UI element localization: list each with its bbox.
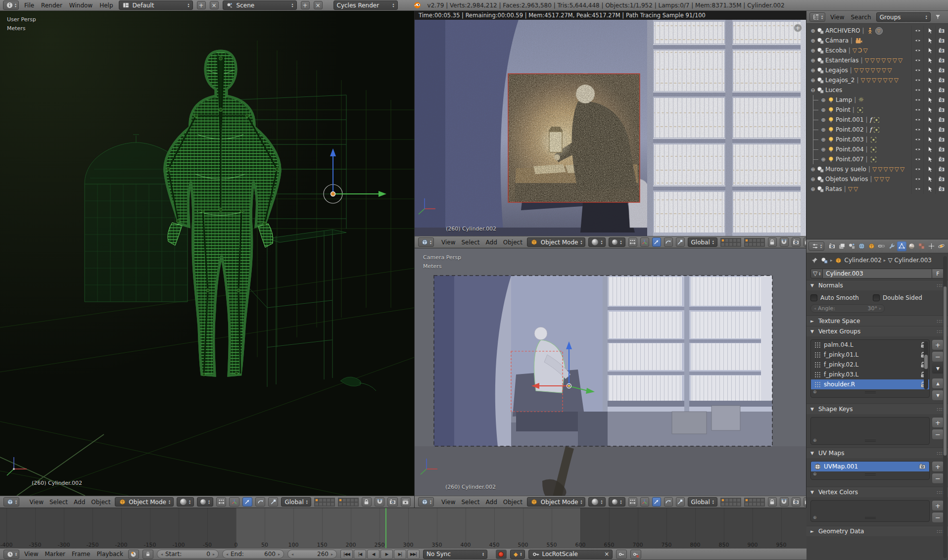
vertex-group-palm-04-l[interactable]: palm.04.L: [811, 340, 929, 350]
cube-icon[interactable]: [835, 256, 843, 264]
visibility-toggle[interactable]: [911, 184, 923, 194]
start-frame-field[interactable]: ◂Start:0▸: [157, 550, 219, 559]
delete-keyframe-button[interactable]: [630, 550, 641, 559]
visibility-toggle[interactable]: [911, 144, 923, 154]
outliner-item-luces[interactable]: ⊖Luces: [806, 85, 948, 95]
expand-toggle-icon[interactable]: ⊕: [809, 67, 816, 74]
list-scrollbar[interactable]: [924, 341, 928, 389]
remove-uv-map-button[interactable]: −: [932, 473, 944, 484]
active-keying-set-field[interactable]: LocRotScale ×: [528, 550, 613, 559]
menu-playback[interactable]: Playback: [95, 551, 125, 558]
shape-keys-list[interactable]: ⊕: [810, 417, 930, 445]
selectability-toggle[interactable]: [923, 125, 935, 135]
renderability-toggle[interactable]: [935, 105, 947, 115]
rotate-manipulator-button[interactable]: [664, 497, 673, 507]
object-name[interactable]: Point.007: [836, 156, 864, 163]
remove-shape-key-button[interactable]: −: [932, 429, 944, 440]
menu-object[interactable]: Object: [502, 499, 524, 506]
tab-render-layers[interactable]: [837, 241, 847, 251]
menu-object[interactable]: Object: [502, 239, 524, 246]
panel-vertex-groups-header[interactable]: ▼Vertex Groups∷∷: [806, 326, 948, 336]
expand-toggle-icon[interactable]: ⊕: [809, 77, 816, 84]
visibility-toggle[interactable]: [911, 75, 923, 85]
tab-particles[interactable]: [927, 241, 936, 251]
menu-add[interactable]: Add: [484, 499, 499, 506]
selectability-toggle[interactable]: [923, 105, 935, 115]
menu-select[interactable]: Select: [460, 499, 481, 506]
clear-keying-set-icon[interactable]: ×: [603, 551, 609, 558]
object-name[interactable]: Point.003: [836, 136, 864, 143]
pivot-dropdown[interactable]: ▴▾: [609, 497, 625, 507]
object-name[interactable]: Escoba: [825, 47, 847, 54]
menu-view[interactable]: View: [829, 14, 846, 21]
selectability-toggle[interactable]: [923, 26, 935, 36]
expand-toggle-icon[interactable]: ⊕: [809, 57, 816, 64]
renderability-toggle[interactable]: [935, 75, 947, 85]
previous-keyframe-button[interactable]: |◀: [354, 550, 366, 559]
renderability-toggle[interactable]: [935, 115, 947, 125]
visibility-toggle[interactable]: [911, 125, 923, 135]
viewport-3d-left[interactable]: User Persp Meters (260) Cylinder.002 ▴▾ …: [0, 11, 415, 508]
selectability-toggle[interactable]: [923, 164, 935, 174]
editor-type-button[interactable]: ▴▾: [3, 550, 19, 559]
current-frame-field[interactable]: ◂260▸: [287, 550, 337, 559]
wireframe-scene[interactable]: [0, 11, 415, 496]
pivot-dropdown[interactable]: ▴▾: [609, 237, 625, 247]
vertex-group-f-pinky-02-l[interactable]: f_pinky.02.L: [811, 360, 929, 370]
visibility-toggle[interactable]: [911, 135, 923, 144]
visibility-toggle[interactable]: [911, 55, 923, 65]
properties-scrollbar[interactable]: [943, 256, 947, 558]
breadcrumb-data[interactable]: Cylinder.003: [895, 257, 932, 264]
outliner-item-point[interactable]: ⊕Point|: [806, 105, 948, 115]
object-name[interactable]: Cámara: [825, 37, 849, 44]
panel-texture-space-header[interactable]: ►Texture Space∷∷: [806, 316, 948, 326]
vertex-group-specials-button[interactable]: ▼: [932, 363, 944, 374]
jump-to-end-button[interactable]: ▶▶|: [407, 550, 420, 559]
renderability-toggle[interactable]: [935, 26, 947, 36]
snap-magnet-icon[interactable]: [780, 497, 789, 507]
expand-toggle-icon[interactable]: ⊕: [809, 166, 816, 173]
shading-dropdown[interactable]: ▴▾: [588, 497, 606, 507]
renderability-toggle[interactable]: [935, 85, 947, 95]
add-scene-button[interactable]: +: [301, 1, 310, 9]
panel-uv-maps-header[interactable]: ▼UV Maps∷∷: [806, 448, 948, 458]
tab-modifiers[interactable]: [887, 241, 896, 251]
add-vertex-color-button[interactable]: +: [932, 500, 944, 511]
manipulate-center-points-button[interactable]: [628, 237, 637, 247]
remove-vertex-group-button[interactable]: −: [932, 351, 944, 362]
outliner-item-lamp[interactable]: ⊕Lamp|☼: [806, 95, 948, 105]
transform-orientation-dropdown[interactable]: Global▴▾: [688, 497, 717, 507]
tab-object-data[interactable]: [897, 241, 906, 251]
mode-dropdown[interactable]: Object Mode▴▾: [527, 237, 586, 247]
current-frame-line[interactable]: [385, 508, 386, 549]
outliner-item-point-001[interactable]: ⊕Point.001|ƒ: [806, 115, 948, 125]
uv-map-uvmap-001[interactable]: UVMap.001: [811, 462, 929, 471]
selectability-toggle[interactable]: [923, 184, 935, 194]
layers-grid-2[interactable]: [744, 498, 765, 507]
add-uv-map-button[interactable]: +: [932, 461, 944, 472]
object-name[interactable]: ARCHIVERO: [825, 27, 860, 34]
scale-manipulator-button[interactable]: [268, 497, 278, 507]
close-layout-button[interactable]: ×: [210, 1, 219, 9]
outliner-item-c-mara[interactable]: ⊕Cámara|: [806, 36, 948, 46]
object-name[interactable]: Ratas: [825, 186, 842, 192]
transform-orientation-dropdown[interactable]: Global▴▾: [281, 497, 311, 507]
menu-add[interactable]: Add: [72, 499, 87, 506]
opengl-render-icon[interactable]: [792, 237, 801, 247]
expand-toggle-icon[interactable]: ⊕: [820, 146, 827, 153]
object-name[interactable]: Point.002: [836, 126, 864, 133]
menu-view[interactable]: View: [440, 239, 457, 246]
auto-smooth-angle-slider[interactable]: ◂Angle:30°▸: [810, 304, 885, 313]
timeline-ruler[interactable]: -400-350-300-250-200-150-100-50050100150…: [0, 508, 806, 549]
add-shape-key-button[interactable]: +: [932, 417, 944, 428]
layers-grid[interactable]: [720, 238, 741, 247]
object-name[interactable]: Estanterías: [825, 57, 858, 64]
outliner-item-legajos-2[interactable]: ⊕Legajos_2|▽▽▽▽▽▽▽: [806, 75, 948, 85]
screen-layout-dropdown[interactable]: Default ▴▾: [119, 0, 193, 10]
tab-physics[interactable]: [937, 241, 946, 251]
snap-magnet-icon[interactable]: [375, 497, 384, 507]
panel-normals-header[interactable]: ▼Normals∷∷: [806, 280, 948, 290]
lock-to-scene-icon[interactable]: [768, 237, 777, 247]
selectability-toggle[interactable]: [923, 75, 935, 85]
outliner-item-point-002[interactable]: ⊕Point.002|ƒ: [806, 125, 948, 135]
